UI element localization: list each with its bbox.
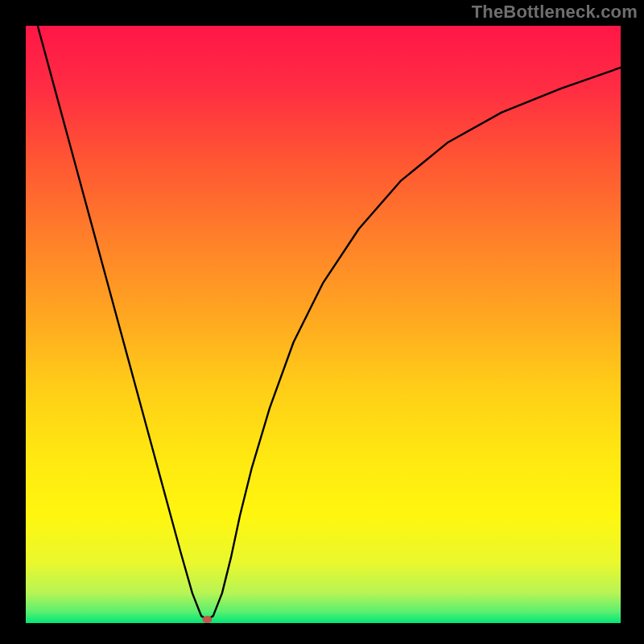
chart-frame: TheBottleneck.com bbox=[0, 0, 644, 644]
min-point-marker bbox=[202, 616, 212, 623]
gradient-background bbox=[26, 26, 621, 623]
plot-svg bbox=[26, 26, 621, 623]
plot-area bbox=[26, 26, 621, 623]
attribution-text: TheBottleneck.com bbox=[472, 2, 638, 23]
